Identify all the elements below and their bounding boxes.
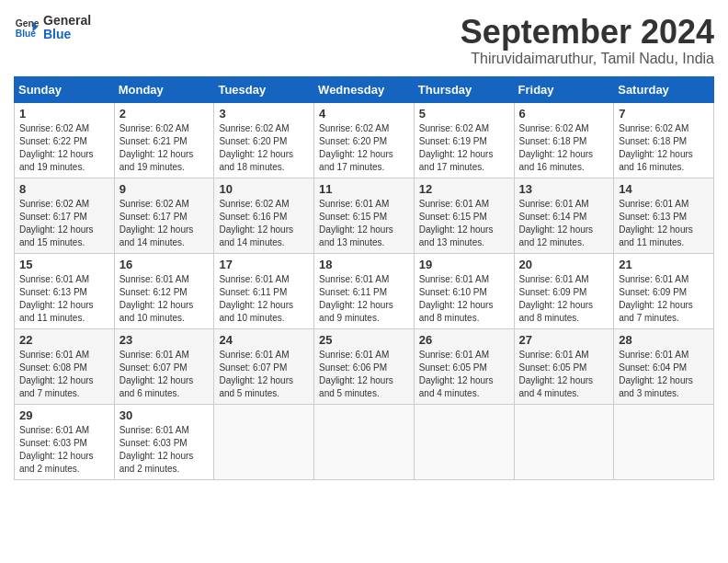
calendar-cell: 12 Sunrise: 6:01 AM Sunset: 6:15 PM Dayl… — [414, 178, 514, 253]
calendar-cell: 26 Sunrise: 6:01 AM Sunset: 6:05 PM Dayl… — [414, 328, 514, 404]
day-info: Sunrise: 6:02 AM Sunset: 6:17 PM Dayligh… — [19, 198, 109, 249]
sunrise-label: Sunrise: 6:02 AM — [619, 123, 688, 133]
day-number: 20 — [519, 258, 609, 271]
day-number: 24 — [219, 333, 309, 347]
sunrise-label: Sunrise: 6:01 AM — [519, 274, 589, 284]
day-info: Sunrise: 6:02 AM Sunset: 6:21 PM Dayligh… — [119, 122, 210, 174]
day-info: Sunrise: 6:01 AM Sunset: 6:08 PM Dayligh… — [19, 349, 109, 400]
day-number: 29 — [19, 408, 109, 422]
day-info: Sunrise: 6:01 AM Sunset: 6:12 PM Dayligh… — [119, 273, 210, 325]
day-info: Sunrise: 6:01 AM Sunset: 6:05 PM Dayligh… — [519, 349, 609, 400]
sunrise-label: Sunrise: 6:01 AM — [619, 350, 688, 360]
day-info: Sunrise: 6:01 AM Sunset: 6:04 PM Dayligh… — [619, 349, 709, 400]
daylight-label: Daylight: 12 hours and 8 minutes. — [519, 300, 594, 323]
day-info: Sunrise: 6:01 AM Sunset: 6:15 PM Dayligh… — [419, 198, 509, 249]
sunset-label: Sunset: 6:09 PM — [619, 287, 687, 297]
day-info: Sunrise: 6:02 AM Sunset: 6:22 PM Dayligh… — [19, 122, 109, 174]
day-info: Sunrise: 6:02 AM Sunset: 6:18 PM Dayligh… — [519, 122, 609, 174]
day-number: 4 — [319, 107, 409, 121]
day-info: Sunrise: 6:02 AM Sunset: 6:17 PM Dayligh… — [119, 198, 210, 249]
day-number: 22 — [19, 333, 109, 347]
sunrise-label: Sunrise: 6:01 AM — [619, 274, 688, 284]
day-info: Sunrise: 6:01 AM Sunset: 6:03 PM Dayligh… — [119, 424, 210, 476]
day-number: 25 — [319, 333, 409, 347]
day-number: 8 — [19, 182, 109, 196]
title-section: September 2024 Thiruvidaimaruthur, Tamil… — [461, 14, 714, 67]
day-info: Sunrise: 6:01 AM Sunset: 6:11 PM Dayligh… — [219, 273, 309, 325]
daylight-label: Daylight: 12 hours and 18 minutes. — [219, 149, 293, 172]
sunrise-label: Sunrise: 6:01 AM — [419, 199, 489, 209]
calendar-cell — [414, 404, 514, 479]
daylight-label: Daylight: 12 hours and 13 minutes. — [419, 224, 494, 247]
sunrise-label: Sunrise: 6:01 AM — [419, 350, 489, 360]
day-number: 6 — [519, 107, 609, 121]
sunrise-label: Sunrise: 6:01 AM — [19, 425, 89, 435]
day-number: 10 — [219, 182, 309, 196]
calendar-cell: 27 Sunrise: 6:01 AM Sunset: 6:05 PM Dayl… — [514, 328, 614, 404]
sunset-label: Sunset: 6:20 PM — [319, 136, 387, 146]
daylight-label: Daylight: 12 hours and 5 minutes. — [219, 375, 293, 398]
calendar-cell: 30 Sunrise: 6:01 AM Sunset: 6:03 PM Dayl… — [114, 404, 214, 479]
daylight-label: Daylight: 12 hours and 10 minutes. — [119, 300, 194, 323]
page-header: General Blue General Blue September 2024… — [14, 14, 714, 67]
sunrise-label: Sunrise: 6:01 AM — [19, 274, 89, 284]
calendar-week-row: 1 Sunrise: 6:02 AM Sunset: 6:22 PM Dayli… — [15, 102, 714, 178]
sunrise-label: Sunrise: 6:02 AM — [319, 123, 389, 133]
sunset-label: Sunset: 6:17 PM — [19, 212, 87, 222]
weekday-header: Tuesday — [214, 76, 314, 102]
sunset-label: Sunset: 6:11 PM — [319, 287, 387, 297]
day-number: 17 — [219, 258, 309, 271]
sunset-label: Sunset: 6:09 PM — [519, 287, 587, 297]
sunset-label: Sunset: 6:05 PM — [419, 362, 487, 373]
calendar-cell: 13 Sunrise: 6:01 AM Sunset: 6:14 PM Dayl… — [514, 178, 614, 253]
sunset-label: Sunset: 6:06 PM — [319, 362, 387, 373]
sunset-label: Sunset: 6:04 PM — [619, 362, 687, 373]
day-info: Sunrise: 6:01 AM Sunset: 6:07 PM Dayligh… — [119, 349, 210, 400]
day-number: 18 — [319, 258, 409, 271]
calendar-cell: 22 Sunrise: 6:01 AM Sunset: 6:08 PM Dayl… — [15, 328, 115, 404]
sunrise-label: Sunrise: 6:02 AM — [519, 123, 589, 133]
daylight-label: Daylight: 12 hours and 16 minutes. — [619, 149, 693, 172]
day-number: 11 — [319, 182, 409, 196]
sunrise-label: Sunrise: 6:01 AM — [219, 274, 289, 284]
sunset-label: Sunset: 6:15 PM — [419, 212, 487, 222]
calendar-cell: 25 Sunrise: 6:01 AM Sunset: 6:06 PM Dayl… — [314, 328, 415, 404]
calendar-table: SundayMondayTuesdayWednesdayThursdayFrid… — [14, 76, 714, 480]
day-number: 16 — [119, 258, 210, 271]
sunrise-label: Sunrise: 6:01 AM — [319, 274, 389, 284]
sunrise-label: Sunrise: 6:01 AM — [119, 350, 189, 360]
sunrise-label: Sunrise: 6:01 AM — [19, 350, 89, 360]
calendar-cell: 2 Sunrise: 6:02 AM Sunset: 6:21 PM Dayli… — [114, 102, 214, 178]
sunrise-label: Sunrise: 6:02 AM — [19, 123, 89, 133]
day-info: Sunrise: 6:01 AM Sunset: 6:15 PM Dayligh… — [319, 198, 409, 249]
day-number: 19 — [419, 258, 509, 271]
calendar-cell: 29 Sunrise: 6:01 AM Sunset: 6:03 PM Dayl… — [15, 404, 115, 479]
sunset-label: Sunset: 6:15 PM — [319, 212, 387, 222]
sunset-label: Sunset: 6:20 PM — [219, 136, 287, 146]
sunset-label: Sunset: 6:12 PM — [119, 287, 188, 297]
logo-line1: General — [43, 14, 91, 28]
logo: General Blue General Blue — [14, 14, 91, 42]
sunset-label: Sunset: 6:17 PM — [119, 212, 188, 222]
calendar-cell: 19 Sunrise: 6:01 AM Sunset: 6:10 PM Dayl… — [414, 253, 514, 328]
sunset-label: Sunset: 6:22 PM — [19, 136, 87, 146]
calendar-cell: 20 Sunrise: 6:01 AM Sunset: 6:09 PM Dayl… — [514, 253, 614, 328]
sunset-label: Sunset: 6:11 PM — [219, 287, 287, 297]
daylight-label: Daylight: 12 hours and 7 minutes. — [19, 375, 94, 398]
calendar-cell: 6 Sunrise: 6:02 AM Sunset: 6:18 PM Dayli… — [514, 102, 614, 178]
day-number: 7 — [619, 107, 709, 121]
calendar-cell: 11 Sunrise: 6:01 AM Sunset: 6:15 PM Dayl… — [314, 178, 415, 253]
daylight-label: Daylight: 12 hours and 15 minutes. — [19, 224, 94, 247]
sunset-label: Sunset: 6:16 PM — [219, 212, 287, 222]
day-info: Sunrise: 6:01 AM Sunset: 6:05 PM Dayligh… — [419, 349, 509, 400]
calendar-cell: 16 Sunrise: 6:01 AM Sunset: 6:12 PM Dayl… — [114, 253, 214, 328]
weekday-header: Wednesday — [314, 76, 415, 102]
day-info: Sunrise: 6:02 AM Sunset: 6:20 PM Dayligh… — [319, 122, 409, 174]
sunrise-label: Sunrise: 6:01 AM — [319, 199, 389, 209]
calendar-cell: 28 Sunrise: 6:01 AM Sunset: 6:04 PM Dayl… — [614, 328, 714, 404]
sunset-label: Sunset: 6:19 PM — [419, 136, 487, 146]
daylight-label: Daylight: 12 hours and 6 minutes. — [119, 375, 194, 398]
calendar-cell: 10 Sunrise: 6:02 AM Sunset: 6:16 PM Dayl… — [214, 178, 314, 253]
day-info: Sunrise: 6:01 AM Sunset: 6:06 PM Dayligh… — [319, 349, 409, 400]
daylight-label: Daylight: 12 hours and 17 minutes. — [319, 149, 393, 172]
